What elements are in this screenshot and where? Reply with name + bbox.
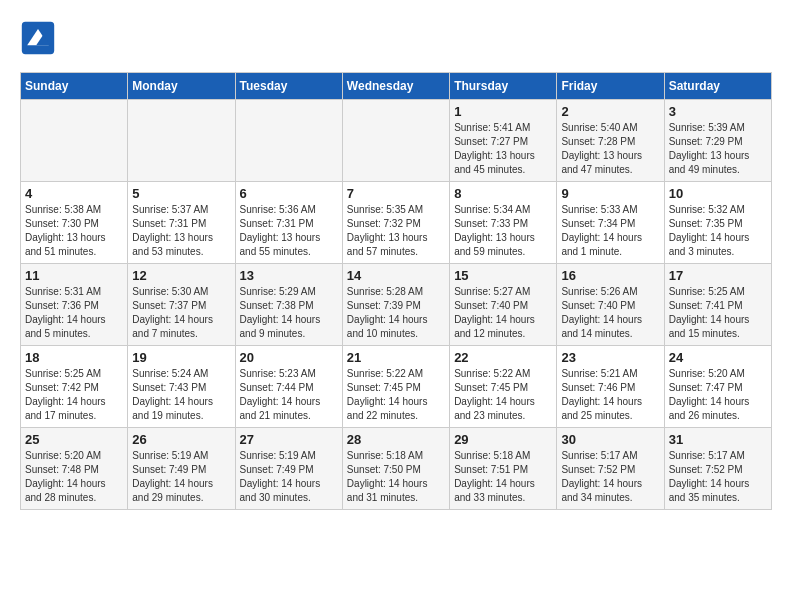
day-number: 2	[561, 104, 659, 119]
day-number: 27	[240, 432, 338, 447]
calendar-cell: 1Sunrise: 5:41 AM Sunset: 7:27 PM Daylig…	[450, 100, 557, 182]
calendar-cell: 11Sunrise: 5:31 AM Sunset: 7:36 PM Dayli…	[21, 264, 128, 346]
day-info: Sunrise: 5:37 AM Sunset: 7:31 PM Dayligh…	[132, 203, 230, 259]
day-info: Sunrise: 5:17 AM Sunset: 7:52 PM Dayligh…	[669, 449, 767, 505]
calendar-cell: 2Sunrise: 5:40 AM Sunset: 7:28 PM Daylig…	[557, 100, 664, 182]
calendar-week-row: 18Sunrise: 5:25 AM Sunset: 7:42 PM Dayli…	[21, 346, 772, 428]
day-info: Sunrise: 5:36 AM Sunset: 7:31 PM Dayligh…	[240, 203, 338, 259]
day-info: Sunrise: 5:31 AM Sunset: 7:36 PM Dayligh…	[25, 285, 123, 341]
calendar-header-row: SundayMondayTuesdayWednesdayThursdayFrid…	[21, 73, 772, 100]
day-number: 17	[669, 268, 767, 283]
day-number: 18	[25, 350, 123, 365]
calendar-cell: 19Sunrise: 5:24 AM Sunset: 7:43 PM Dayli…	[128, 346, 235, 428]
day-info: Sunrise: 5:41 AM Sunset: 7:27 PM Dayligh…	[454, 121, 552, 177]
calendar-cell: 26Sunrise: 5:19 AM Sunset: 7:49 PM Dayli…	[128, 428, 235, 510]
day-info: Sunrise: 5:25 AM Sunset: 7:41 PM Dayligh…	[669, 285, 767, 341]
calendar-cell: 17Sunrise: 5:25 AM Sunset: 7:41 PM Dayli…	[664, 264, 771, 346]
day-number: 24	[669, 350, 767, 365]
calendar-cell: 5Sunrise: 5:37 AM Sunset: 7:31 PM Daylig…	[128, 182, 235, 264]
day-info: Sunrise: 5:20 AM Sunset: 7:47 PM Dayligh…	[669, 367, 767, 423]
day-info: Sunrise: 5:40 AM Sunset: 7:28 PM Dayligh…	[561, 121, 659, 177]
day-number: 6	[240, 186, 338, 201]
day-info: Sunrise: 5:19 AM Sunset: 7:49 PM Dayligh…	[240, 449, 338, 505]
day-number: 22	[454, 350, 552, 365]
day-number: 29	[454, 432, 552, 447]
day-number: 26	[132, 432, 230, 447]
day-number: 1	[454, 104, 552, 119]
day-info: Sunrise: 5:26 AM Sunset: 7:40 PM Dayligh…	[561, 285, 659, 341]
day-number: 12	[132, 268, 230, 283]
day-number: 23	[561, 350, 659, 365]
day-info: Sunrise: 5:19 AM Sunset: 7:49 PM Dayligh…	[132, 449, 230, 505]
day-info: Sunrise: 5:33 AM Sunset: 7:34 PM Dayligh…	[561, 203, 659, 259]
day-info: Sunrise: 5:25 AM Sunset: 7:42 PM Dayligh…	[25, 367, 123, 423]
weekday-header: Tuesday	[235, 73, 342, 100]
day-number: 5	[132, 186, 230, 201]
calendar-cell	[128, 100, 235, 182]
calendar-week-row: 11Sunrise: 5:31 AM Sunset: 7:36 PM Dayli…	[21, 264, 772, 346]
weekday-header: Wednesday	[342, 73, 449, 100]
calendar-cell: 7Sunrise: 5:35 AM Sunset: 7:32 PM Daylig…	[342, 182, 449, 264]
day-info: Sunrise: 5:17 AM Sunset: 7:52 PM Dayligh…	[561, 449, 659, 505]
day-info: Sunrise: 5:22 AM Sunset: 7:45 PM Dayligh…	[454, 367, 552, 423]
calendar-cell: 31Sunrise: 5:17 AM Sunset: 7:52 PM Dayli…	[664, 428, 771, 510]
calendar-cell: 9Sunrise: 5:33 AM Sunset: 7:34 PM Daylig…	[557, 182, 664, 264]
day-info: Sunrise: 5:21 AM Sunset: 7:46 PM Dayligh…	[561, 367, 659, 423]
day-number: 10	[669, 186, 767, 201]
calendar-cell: 12Sunrise: 5:30 AM Sunset: 7:37 PM Dayli…	[128, 264, 235, 346]
calendar-cell: 27Sunrise: 5:19 AM Sunset: 7:49 PM Dayli…	[235, 428, 342, 510]
day-info: Sunrise: 5:22 AM Sunset: 7:45 PM Dayligh…	[347, 367, 445, 423]
day-number: 16	[561, 268, 659, 283]
day-number: 19	[132, 350, 230, 365]
calendar-cell: 6Sunrise: 5:36 AM Sunset: 7:31 PM Daylig…	[235, 182, 342, 264]
weekday-header: Saturday	[664, 73, 771, 100]
weekday-header: Monday	[128, 73, 235, 100]
calendar-week-row: 1Sunrise: 5:41 AM Sunset: 7:27 PM Daylig…	[21, 100, 772, 182]
day-number: 11	[25, 268, 123, 283]
page-header	[20, 20, 772, 56]
day-number: 8	[454, 186, 552, 201]
calendar-cell: 20Sunrise: 5:23 AM Sunset: 7:44 PM Dayli…	[235, 346, 342, 428]
day-number: 28	[347, 432, 445, 447]
calendar-cell: 14Sunrise: 5:28 AM Sunset: 7:39 PM Dayli…	[342, 264, 449, 346]
day-number: 25	[25, 432, 123, 447]
calendar-cell: 23Sunrise: 5:21 AM Sunset: 7:46 PM Dayli…	[557, 346, 664, 428]
day-info: Sunrise: 5:27 AM Sunset: 7:40 PM Dayligh…	[454, 285, 552, 341]
calendar-cell	[21, 100, 128, 182]
day-info: Sunrise: 5:39 AM Sunset: 7:29 PM Dayligh…	[669, 121, 767, 177]
day-info: Sunrise: 5:32 AM Sunset: 7:35 PM Dayligh…	[669, 203, 767, 259]
day-info: Sunrise: 5:24 AM Sunset: 7:43 PM Dayligh…	[132, 367, 230, 423]
day-number: 15	[454, 268, 552, 283]
day-number: 4	[25, 186, 123, 201]
logo	[20, 20, 60, 56]
day-number: 7	[347, 186, 445, 201]
day-info: Sunrise: 5:38 AM Sunset: 7:30 PM Dayligh…	[25, 203, 123, 259]
calendar-cell: 8Sunrise: 5:34 AM Sunset: 7:33 PM Daylig…	[450, 182, 557, 264]
day-info: Sunrise: 5:23 AM Sunset: 7:44 PM Dayligh…	[240, 367, 338, 423]
day-number: 9	[561, 186, 659, 201]
day-info: Sunrise: 5:18 AM Sunset: 7:50 PM Dayligh…	[347, 449, 445, 505]
weekday-header: Friday	[557, 73, 664, 100]
calendar-cell: 29Sunrise: 5:18 AM Sunset: 7:51 PM Dayli…	[450, 428, 557, 510]
calendar-cell	[342, 100, 449, 182]
logo-icon	[20, 20, 56, 56]
day-number: 14	[347, 268, 445, 283]
calendar-cell: 3Sunrise: 5:39 AM Sunset: 7:29 PM Daylig…	[664, 100, 771, 182]
calendar-cell: 4Sunrise: 5:38 AM Sunset: 7:30 PM Daylig…	[21, 182, 128, 264]
day-info: Sunrise: 5:30 AM Sunset: 7:37 PM Dayligh…	[132, 285, 230, 341]
calendar-week-row: 4Sunrise: 5:38 AM Sunset: 7:30 PM Daylig…	[21, 182, 772, 264]
day-number: 3	[669, 104, 767, 119]
day-number: 13	[240, 268, 338, 283]
day-info: Sunrise: 5:18 AM Sunset: 7:51 PM Dayligh…	[454, 449, 552, 505]
day-info: Sunrise: 5:28 AM Sunset: 7:39 PM Dayligh…	[347, 285, 445, 341]
calendar-cell: 13Sunrise: 5:29 AM Sunset: 7:38 PM Dayli…	[235, 264, 342, 346]
calendar-table: SundayMondayTuesdayWednesdayThursdayFrid…	[20, 72, 772, 510]
day-number: 30	[561, 432, 659, 447]
day-info: Sunrise: 5:29 AM Sunset: 7:38 PM Dayligh…	[240, 285, 338, 341]
calendar-cell	[235, 100, 342, 182]
calendar-cell: 16Sunrise: 5:26 AM Sunset: 7:40 PM Dayli…	[557, 264, 664, 346]
calendar-cell: 15Sunrise: 5:27 AM Sunset: 7:40 PM Dayli…	[450, 264, 557, 346]
day-number: 31	[669, 432, 767, 447]
day-number: 20	[240, 350, 338, 365]
weekday-header: Thursday	[450, 73, 557, 100]
